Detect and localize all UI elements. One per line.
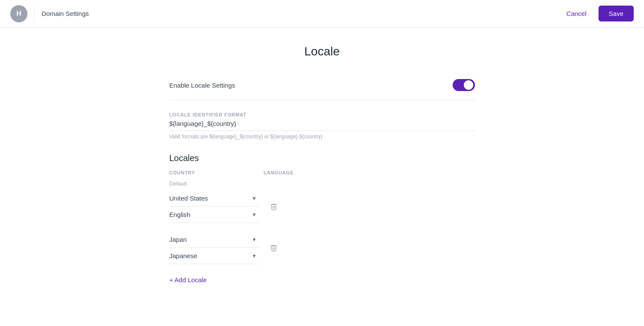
country-select-wrapper-2: Japan United States France Germany Unite… bbox=[169, 232, 260, 248]
locale-pair-2: Japan United States France Germany Unite… bbox=[169, 232, 475, 264]
locale-pair-1: United States Japan France Germany Unite… bbox=[169, 190, 475, 223]
locale-selects-1: United States Japan France Germany Unite… bbox=[169, 190, 260, 223]
cancel-button[interactable]: Cancel bbox=[559, 6, 593, 21]
trash-icon-1 bbox=[270, 203, 278, 210]
avatar: H bbox=[10, 5, 27, 22]
table-header: COUNTRY LANGUAGE bbox=[169, 170, 475, 179]
delete-locale-button-1[interactable] bbox=[268, 201, 279, 212]
header: H Domain Settings Cancel Save bbox=[0, 0, 644, 27]
page-title-header: Domain Settings bbox=[42, 10, 89, 17]
locale-group-japan: Japan United States France Germany Unite… bbox=[169, 232, 475, 264]
add-locale-button[interactable]: + Add Locale bbox=[169, 273, 207, 287]
enable-locale-row: Enable Locale Settings bbox=[169, 79, 475, 100]
language-col-header: LANGUAGE bbox=[264, 170, 358, 175]
toggle-thumb bbox=[464, 80, 473, 90]
toggle-track bbox=[453, 79, 475, 91]
save-button[interactable]: Save bbox=[599, 6, 634, 21]
trash-icon-2 bbox=[270, 244, 278, 252]
country-select-wrapper-1: United States Japan France Germany Unite… bbox=[169, 190, 260, 207]
country-col-header: COUNTRY bbox=[169, 170, 264, 175]
delete-locale-button-2[interactable] bbox=[268, 242, 279, 253]
main-content: Locale Enable Locale Settings LOCALE IDE… bbox=[159, 27, 485, 318]
locale-identifier-section: LOCALE IDENTIFIER FORMAT ${language}_${c… bbox=[169, 112, 475, 140]
locale-identifier-hint: Valid formats are ${language}_${country}… bbox=[169, 134, 475, 140]
country-select-2[interactable]: Japan United States France Germany Unite… bbox=[169, 232, 260, 248]
page-title: Locale bbox=[169, 45, 475, 58]
language-select-wrapper-2: Japanese English French German ▼ bbox=[169, 248, 260, 264]
country-select-1[interactable]: United States Japan France Germany Unite… bbox=[169, 190, 260, 207]
locale-group-label-default: Default bbox=[169, 180, 475, 187]
language-select-1[interactable]: English Japanese French German bbox=[169, 207, 260, 223]
header-left: H Domain Settings bbox=[10, 5, 89, 22]
language-select-wrapper-1: English Japanese French German ▼ bbox=[169, 207, 260, 223]
locales-title: Locales bbox=[169, 153, 475, 163]
locales-section: Locales COUNTRY LANGUAGE Default United … bbox=[169, 153, 475, 287]
locale-group-default: Default United States Japan France Germa… bbox=[169, 180, 475, 223]
locale-identifier-label: LOCALE IDENTIFIER FORMAT bbox=[169, 112, 475, 117]
enable-locale-label: Enable Locale Settings bbox=[169, 82, 235, 89]
divider bbox=[34, 7, 35, 21]
locale-identifier-value: ${language}_${country} bbox=[169, 120, 475, 131]
enable-locale-toggle[interactable] bbox=[453, 79, 475, 91]
header-actions: Cancel Save bbox=[559, 6, 634, 21]
locale-selects-2: Japan United States France Germany Unite… bbox=[169, 232, 260, 264]
language-select-2[interactable]: Japanese English French German bbox=[169, 248, 260, 264]
